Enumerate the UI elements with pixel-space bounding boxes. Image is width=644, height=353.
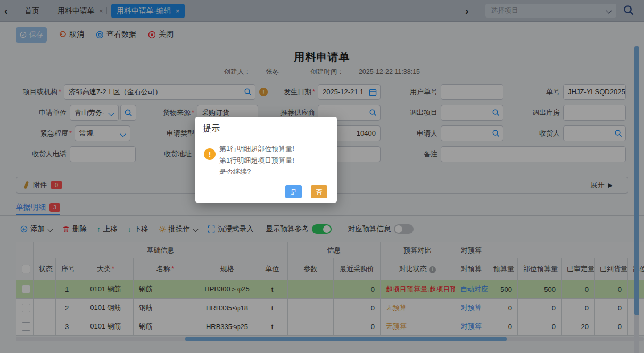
yes-button[interactable]: 是	[285, 185, 302, 198]
app-window: ‹ 首页 用料申请单× 用料申请单-编辑× › 选择项目 保存 取消 查看数据	[0, 0, 644, 353]
dialog-title: 提示	[203, 123, 220, 135]
warning-icon: !	[204, 148, 216, 160]
dialog-message: 第1行明细超部位预算量! 第1行明细超项目预算量! 是否继续?	[219, 143, 294, 178]
alert-dialog: 提示 ! 第1行明细超部位预算量! 第1行明细超项目预算量! 是否继续? 是 否	[195, 117, 337, 203]
no-button[interactable]: 否	[311, 185, 327, 198]
